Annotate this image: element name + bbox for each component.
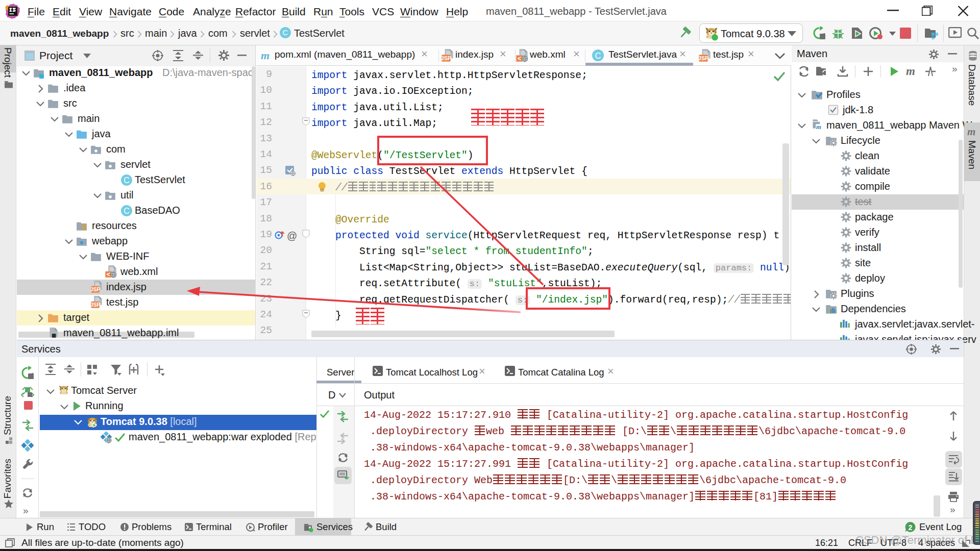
svg-text:2: 2 bbox=[909, 523, 913, 532]
svg-text:C: C bbox=[283, 28, 288, 37]
svg-text:m: m bbox=[906, 66, 915, 77]
svg-text:m: m bbox=[261, 50, 270, 61]
svg-text:m: m bbox=[967, 126, 975, 137]
